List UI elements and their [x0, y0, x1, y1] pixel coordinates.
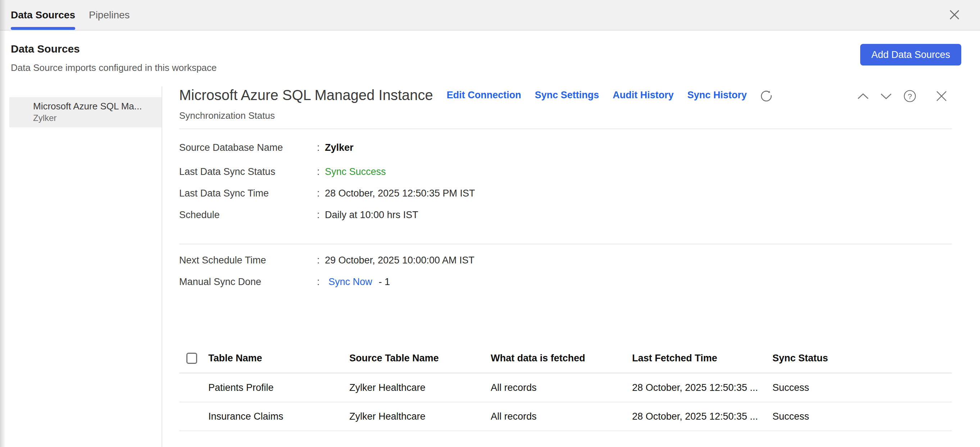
- svg-text:?: ?: [908, 92, 912, 100]
- checkbox-cell: [179, 353, 208, 364]
- field-value: 29 October, 2025 10:00:00 AM IST: [325, 255, 474, 266]
- help-icon[interactable]: ?: [903, 89, 917, 103]
- sync-status-heading: Synchronization Status: [179, 110, 275, 121]
- field-colon: :: [317, 277, 325, 288]
- schedule-fields: Next Schedule Time:29 October, 2025 10:0…: [179, 254, 474, 297]
- field-label: Schedule: [179, 210, 317, 221]
- table-cell: All records: [491, 382, 632, 393]
- field-value: Daily at 10:00 hrs IST: [325, 210, 418, 221]
- table-cell: Success: [772, 411, 952, 422]
- table-cell: Patients Profile: [208, 382, 349, 393]
- field-colon: :: [317, 255, 325, 266]
- sync-field-row: Manual Sync Done:Sync Now- 1: [179, 276, 474, 288]
- sync-field-row: Last Data Sync Status:Sync Success: [179, 165, 475, 178]
- tables-list: Table NameSource Table NameWhat data is …: [179, 344, 952, 431]
- field-label: Last Data Sync Status: [179, 166, 317, 177]
- detail-panel: Microsoft Azure SQL Managed Instance Edi…: [162, 86, 980, 447]
- column-header: Last Fetched Time: [632, 353, 772, 364]
- tab-label: Data Sources: [11, 10, 75, 21]
- table-header-row: Table NameSource Table NameWhat data is …: [179, 344, 952, 374]
- field-value: Zylker: [325, 142, 354, 153]
- table-row[interactable]: Insurance ClaimsZylker HealthcareAll rec…: [179, 402, 952, 431]
- field-colon: :: [317, 188, 325, 199]
- top-tab-bar: Data Sources Pipelines: [0, 0, 980, 30]
- sync-now-link[interactable]: Sync Now: [325, 277, 372, 288]
- tab-pipelines[interactable]: Pipelines: [89, 0, 130, 30]
- sync-field-row: Source Database Name:Zylker: [179, 142, 475, 154]
- dialog-body: Microsoft Azure SQL Ma... Zylker Microso…: [0, 86, 980, 447]
- field-colon: :: [317, 166, 325, 177]
- page-header: Data Sources Data Source imports configu…: [0, 30, 980, 86]
- tab-data-sources[interactable]: Data Sources: [11, 0, 75, 30]
- field-colon: :: [317, 210, 325, 221]
- table-cell: Zylker Healthcare: [349, 411, 491, 422]
- sidebar: Microsoft Azure SQL Ma... Zylker: [0, 86, 162, 447]
- table-row[interactable]: Patients ProfileZylker HealthcareAll rec…: [179, 374, 952, 402]
- divider: [179, 243, 952, 244]
- sync-count: - 1: [379, 277, 390, 288]
- column-header: What data is fetched: [491, 353, 632, 364]
- field-label: Last Data Sync Time: [179, 188, 317, 199]
- sync-history-link[interactable]: Sync History: [687, 90, 747, 101]
- detail-header-icons: ?: [857, 89, 948, 103]
- sync-field-row: Schedule:Daily at 10:00 hrs IST: [179, 209, 475, 221]
- column-header: Table Name: [208, 353, 349, 364]
- field-colon: :: [317, 142, 325, 153]
- chevron-up-icon[interactable]: [857, 92, 869, 100]
- close-panel-icon[interactable]: [935, 89, 948, 103]
- refresh-icon[interactable]: [759, 89, 773, 103]
- close-icon[interactable]: [948, 8, 961, 22]
- table-cell: Insurance Claims: [208, 411, 349, 422]
- field-value: Sync Success: [325, 166, 386, 177]
- data-sources-dialog: Data Sources Pipelines Data Sources Data…: [0, 0, 980, 447]
- sidebar-item-datasource[interactable]: Microsoft Azure SQL Ma... Zylker: [10, 97, 162, 127]
- tab-label: Pipelines: [89, 10, 130, 21]
- column-header: Source Table Name: [349, 353, 491, 364]
- chevron-down-icon[interactable]: [880, 92, 892, 100]
- detail-title-row: Microsoft Azure SQL Managed Instance Edi…: [179, 87, 773, 103]
- field-label: Source Database Name: [179, 142, 317, 153]
- select-all-checkbox[interactable]: [186, 353, 197, 364]
- page-subtitle: Data Source imports configured in this w…: [11, 62, 216, 73]
- field-label: Manual Sync Done: [179, 277, 317, 288]
- divider: [179, 129, 952, 129]
- edit-connection-link[interactable]: Edit Connection: [447, 90, 521, 101]
- table-cell: All records: [491, 411, 632, 422]
- add-data-sources-button[interactable]: Add Data Sources: [860, 44, 961, 65]
- table-cell: Success: [772, 382, 952, 393]
- sync-field-row: Last Data Sync Time:28 October, 2025 12:…: [179, 187, 475, 199]
- sync-field-row: Next Schedule Time:29 October, 2025 10:0…: [179, 254, 474, 266]
- sync-settings-link[interactable]: Sync Settings: [535, 90, 599, 101]
- audit-history-link[interactable]: Audit History: [612, 90, 674, 101]
- sync-status-fields: Source Database Name:ZylkerLast Data Syn…: [179, 142, 475, 230]
- datasource-title: Microsoft Azure SQL Managed Instance: [179, 87, 433, 103]
- column-header: Sync Status: [772, 353, 952, 364]
- page-title: Data Sources: [11, 43, 80, 55]
- field-label: Next Schedule Time: [179, 255, 317, 266]
- sidebar-item-subtitle: Zylker: [33, 112, 158, 123]
- field-value: 28 October, 2025 12:50:35 PM IST: [325, 188, 475, 199]
- table-cell: Zylker Healthcare: [349, 382, 491, 393]
- table-cell: 28 October, 2025 12:50:35 ...: [632, 382, 772, 393]
- sidebar-item-title: Microsoft Azure SQL Ma...: [33, 100, 158, 112]
- table-cell: 28 October, 2025 12:50:35 ...: [632, 411, 772, 422]
